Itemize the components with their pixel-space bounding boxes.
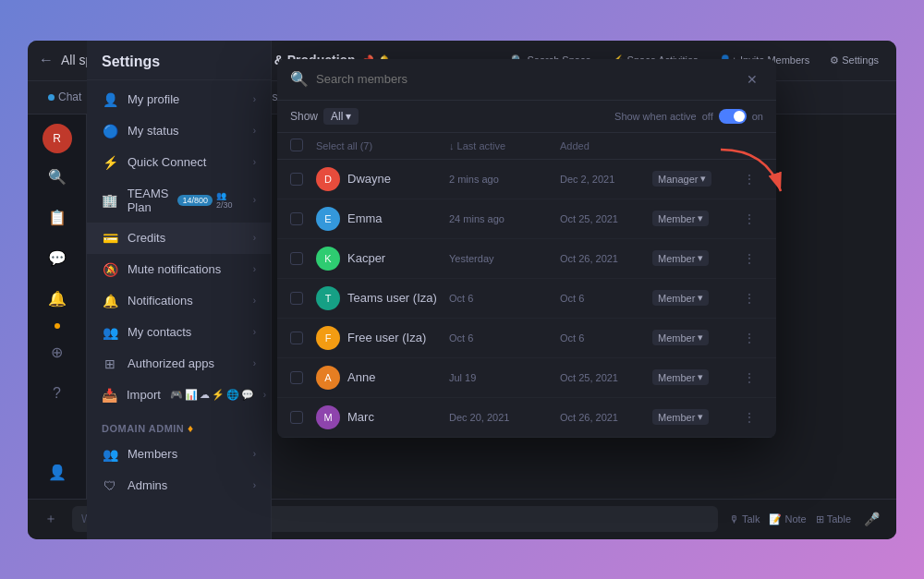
members-search-input[interactable]: [316, 72, 741, 86]
teams-member-badge: 👥 2/30: [216, 191, 244, 210]
member-checkbox-free-iza[interactable]: [290, 332, 303, 344]
settings-button[interactable]: ⚙ Settings: [823, 52, 885, 69]
teams-quota-badge: 14/800: [177, 195, 213, 206]
members-filter: Show All ▾ Show when active off on: [277, 101, 776, 133]
settings-authorized-apps[interactable]: ⊞ Authorized apps ›: [87, 348, 271, 380]
settings-mute-notifications[interactable]: 🔕 Mute notifications ›: [87, 254, 271, 285]
member-checkbox-teams-iza[interactable]: [290, 292, 303, 305]
emma-role: Member ▾: [652, 211, 736, 226]
dwayne-role-dropdown[interactable]: Manager ▾: [652, 171, 711, 187]
dwayne-avatar: D: [316, 167, 340, 191]
active-filter: Show when active off on: [614, 109, 763, 124]
settings-my-status[interactable]: 🔵 My status ›: [87, 115, 271, 147]
anne-added: Oct 25, 2021: [560, 372, 652, 383]
settings-my-contacts[interactable]: 👥 My contacts ›: [87, 317, 271, 348]
marc-added: Oct 26, 2021: [560, 412, 652, 423]
anne-menu[interactable]: ⋮: [736, 371, 763, 384]
kacper-role-dropdown[interactable]: Member ▾: [652, 250, 709, 266]
show-all-button[interactable]: All ▾: [323, 108, 359, 125]
chat-dot: [48, 94, 55, 101]
member-checkbox-kacper[interactable]: [290, 252, 303, 265]
free-iza-menu[interactable]: ⋮: [736, 332, 763, 344]
free-iza-avatar: F: [316, 326, 340, 350]
active-toggle[interactable]: [719, 109, 747, 124]
sidebar-icon-notifications[interactable]: 🔔: [41, 283, 74, 316]
col-header-last[interactable]: ↓ Last active: [449, 140, 560, 151]
settings-overlay: Settings 👤 My profile › 🔵 My status › ⚡ …: [87, 115, 272, 499]
tab-chat[interactable]: Chat: [39, 87, 91, 107]
sidebar-icon-help[interactable]: ?: [41, 377, 74, 410]
settings-quick-connect[interactable]: ⚡ Quick Connect ›: [87, 147, 271, 178]
user-avatar[interactable]: R: [43, 124, 72, 153]
marc-role-dropdown[interactable]: Member ▾: [652, 409, 709, 425]
sidebar-icon-user[interactable]: 👤: [41, 456, 74, 489]
settings-notifications[interactable]: 🔔 Notifications ›: [87, 285, 271, 317]
chevron-down-icon: ▾: [698, 252, 703, 264]
note-button[interactable]: 📝 Note: [769, 513, 806, 525]
free-iza-role: Member ▾: [652, 330, 736, 345]
members-modal-header: 🔍 ✕: [277, 59, 776, 101]
select-all-checkbox[interactable]: [290, 139, 303, 151]
teams-iza-role-dropdown[interactable]: Member ▾: [652, 290, 709, 306]
dwayne-menu[interactable]: ⋮: [736, 173, 763, 186]
member-checkbox-dwayne[interactable]: [290, 173, 303, 186]
teams-iza-menu[interactable]: ⋮: [736, 292, 763, 305]
kacper-added: Oct 26, 2021: [560, 253, 652, 264]
table-button[interactable]: ⊞ Table: [816, 513, 851, 525]
marc-role: Member ▾: [652, 409, 736, 425]
kacper-avatar: K: [316, 247, 340, 271]
chevron-down-icon: ▾: [698, 371, 703, 383]
sidebar-dot: [55, 323, 60, 329]
import-icon: 📥: [102, 388, 117, 403]
apps-icon: ⊞: [102, 356, 118, 371]
free-iza-role-dropdown[interactable]: Member ▾: [652, 330, 709, 345]
sidebar-icon-add[interactable]: ⊕: [41, 336, 74, 369]
arrow-icon: ›: [253, 233, 256, 243]
sidebar-icon-search[interactable]: 🔍: [41, 161, 74, 194]
anne-last-active: Jul 19: [449, 372, 560, 383]
member-checkbox-anne[interactable]: [290, 371, 303, 384]
free-iza-added: Oct 6: [560, 332, 652, 344]
mic-button[interactable]: 🎤: [860, 508, 883, 530]
anne-role-dropdown[interactable]: Member ▾: [652, 369, 709, 385]
settings-import[interactable]: 📥 Import 🎮📊☁⚡🌐💬 ›: [87, 380, 271, 411]
emma-menu[interactable]: ⋮: [736, 212, 763, 225]
teams-iza-role: Member ▾: [652, 290, 736, 306]
emma-role-dropdown[interactable]: Member ▾: [652, 211, 709, 226]
arrow-icon: ›: [253, 449, 256, 459]
sidebar-icon-home[interactable]: 📋: [41, 201, 74, 235]
chevron-down-icon: ▾: [698, 212, 703, 224]
member-checkbox-marc[interactable]: [290, 411, 303, 424]
member-row-teams-iza: T Teams user (Iza) Oct 6 Oct 6 Member ▾ …: [277, 279, 776, 319]
settings-credits[interactable]: 💳 Credits ›: [87, 223, 271, 254]
settings-members[interactable]: 👥 Members ›: [87, 439, 271, 470]
settings-teams-plan[interactable]: 🏢 TEAMS Plan 14/800 👥 2/30 ›: [87, 178, 271, 223]
anne-avatar: A: [316, 366, 340, 390]
mute-icon: 🔕: [102, 262, 118, 277]
dwayne-added: Dec 2, 2021: [560, 174, 652, 185]
member-row-kacper: K Kacper Yesterday Oct 26, 2021 Member ▾…: [277, 239, 776, 279]
back-button[interactable]: ←: [39, 52, 54, 68]
member-checkbox-emma[interactable]: [290, 212, 303, 225]
kacper-menu[interactable]: ⋮: [736, 252, 763, 265]
chevron-down-icon: ▾: [698, 411, 703, 423]
chevron-down-icon: ▾: [700, 173, 706, 185]
member-row-dwayne: D Dwayne 2 mins ago Dec 2, 2021 Manager …: [277, 160, 776, 199]
sidebar-icon-spaces[interactable]: 💬: [41, 242, 74, 275]
import-app-icons: 🎮📊☁⚡🌐💬: [170, 389, 254, 401]
marc-menu[interactable]: ⋮: [736, 411, 763, 424]
kacper-role: Member ▾: [652, 250, 736, 266]
arrow-icon: ›: [253, 264, 256, 274]
chevron-down-icon: ▾: [346, 110, 351, 123]
talk-button[interactable]: 🎙 Talk: [729, 513, 760, 525]
chevron-down-icon: ▾: [698, 332, 703, 344]
add-button[interactable]: ＋: [41, 507, 61, 531]
search-icon: 🔍: [290, 70, 309, 88]
arrow-icon: ›: [263, 390, 266, 400]
close-button[interactable]: ✕: [741, 68, 763, 90]
select-all-check[interactable]: [290, 139, 316, 153]
notifications-icon: 🔔: [102, 294, 118, 308]
arrow-icon: ›: [253, 327, 256, 337]
settings-admins[interactable]: 🛡 Admins ›: [87, 470, 271, 499]
member-row-anne: A Anne Jul 19 Oct 25, 2021 Member ▾ ⋮: [277, 358, 776, 398]
